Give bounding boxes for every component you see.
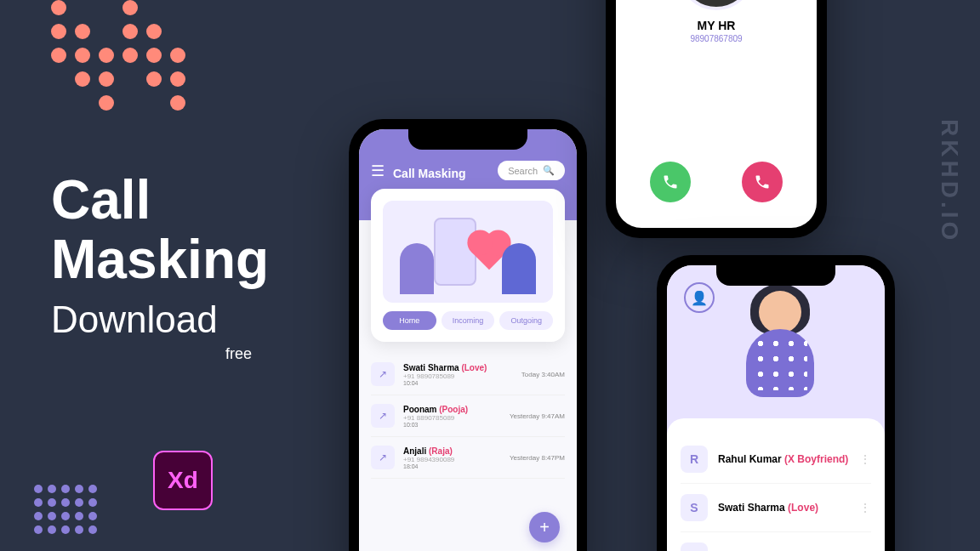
phone-notch [408,129,527,150]
call-duration: 10:04 [403,380,513,386]
contact-name: Rahul Kumar [718,453,782,465]
reject-call-button[interactable] [742,162,783,202]
contact-letter: R [681,446,708,473]
phone-icon [754,173,771,190]
call-name: Poonam [403,405,436,414]
call-alias: (Pooja) [439,405,468,414]
call-time: Yesterday 9:47AM [510,412,565,420]
call-row[interactable]: ↗ Anjali (Raja) +91 9894390089 18:04 Yes… [371,437,565,479]
call-number: +91 8890785089 [403,414,501,422]
call-name: Swati Sharma [403,363,459,372]
app-title: Call Masking [393,167,489,180]
call-time: Yesterday 8:47PM [510,454,565,462]
more-icon[interactable]: ⋮ [859,501,871,514]
phone-mockup-call: MY HR 98907867809 [606,0,827,238]
girl-illustration [725,291,827,410]
call-tabs: Home Incoming Outgoing [383,311,553,330]
tab-incoming[interactable]: Incoming [442,311,495,330]
call-duration: 10:03 [403,422,501,428]
call-out-icon: ↗ [371,362,395,386]
call-number: +91 9894390089 [403,456,501,463]
contact-alias: (X Boyfriend) [784,453,848,465]
call-time: Today 3:40AM [521,371,565,378]
call-out-icon: ↗ [371,446,395,469]
contact-row[interactable]: S Swati Sharma (Love) ⋮ [681,484,871,532]
headline-line2: Masking [51,230,269,289]
decoration-dots-bottom [34,485,97,534]
contact-alias: (Love) [788,502,818,514]
search-input[interactable]: Search 🔍 [498,161,565,180]
headline-free: free [51,345,269,363]
hero-illustration [383,201,553,303]
more-icon[interactable]: ⋮ [859,452,871,466]
contacts-list: R Rahul Kumar (X Boyfriend) ⋮ S Swati Sh… [667,418,885,551]
headline: Call Masking Download free [51,170,269,363]
contacts-hero: 👤 [667,265,885,435]
tab-outgoing[interactable]: Outgoing [499,311,553,330]
call-alias: (Raja) [429,446,453,456]
watermark-text: RKHD.IO [936,119,963,243]
caller-name: MY HR [616,19,817,32]
menu-icon[interactable]: ☰ [371,162,385,180]
call-name: Anjali [403,446,426,456]
phone-notch [716,265,835,286]
call-row[interactable]: ↗ Swati Sharma (Love) +91 9890785089 10:… [371,354,565,395]
phone-mockup-contacts: 👤 R Rahul Kumar (X Boyfriend) ⋮ S Swati … [657,255,895,551]
call-duration: 18:04 [403,463,501,469]
search-icon: 🔍 [543,165,555,176]
call-row[interactable]: ↗ Poonam (Pooja) +91 8890785089 10:03 Ye… [371,395,565,437]
tab-home[interactable]: Home [383,311,436,330]
headline-line3: Download [51,298,269,341]
contact-bubble-icon: 👤 [684,282,715,313]
contact-letter: S [681,494,708,521]
call-out-icon: ↗ [371,404,395,428]
accept-call-button[interactable] [650,162,691,202]
headline-line1: Call [51,170,269,230]
hero-card: Home Incoming Outgoing [371,189,565,342]
contact-name: Swati Sharma [718,502,785,514]
contact-letter: P [681,542,708,551]
contact-row[interactable]: R Rahul Kumar (X Boyfriend) ⋮ [681,435,871,484]
add-button[interactable]: + [529,512,560,542]
phone-icon [662,173,679,190]
caller-number: 98907867809 [616,34,817,43]
phone-mockup-main: ☰ Call Masking Search 🔍 Home Incoming Ou… [349,119,587,551]
adobe-xd-badge: Xd [153,451,213,510]
call-number: +91 9890785089 [403,372,513,380]
caller-avatar [678,0,755,10]
adobe-xd-label: Xd [168,467,198,494]
decoration-dots-top [51,0,185,111]
call-list: ↗ Swati Sharma (Love) +91 9890785089 10:… [371,354,565,479]
call-alias: (Love) [461,363,487,372]
search-placeholder: Search [508,166,538,176]
contact-row[interactable]: P Poonam (Pooja) ✎ [681,532,871,551]
